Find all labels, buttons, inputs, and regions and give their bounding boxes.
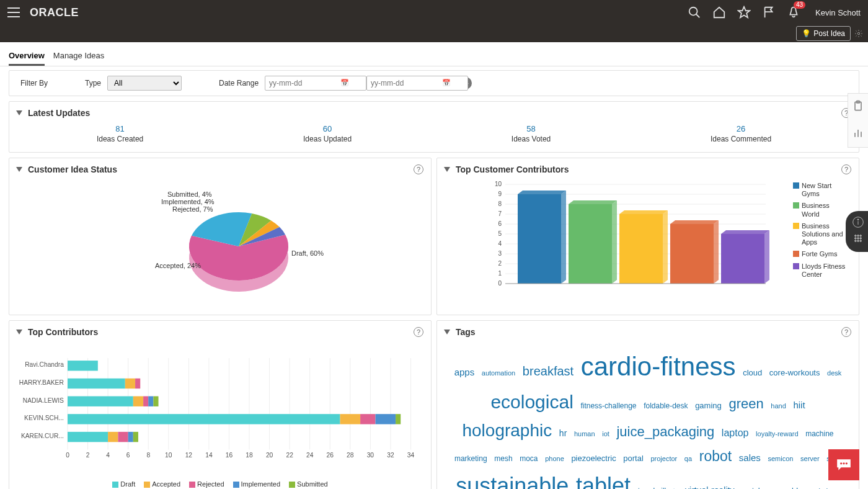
tag-qa[interactable]: qa [684, 455, 692, 462]
svg-text:34: 34 [407, 452, 415, 459]
tag-holographic[interactable]: holographic [462, 421, 552, 440]
help-icon[interactable]: ? [841, 164, 851, 174]
chat-button[interactable] [828, 449, 859, 480]
tag-breakfast[interactable]: breakfast [523, 364, 574, 378]
tag-core-workouts[interactable]: core-workouts [769, 368, 820, 377]
svg-text:5: 5 [498, 230, 502, 237]
star-icon[interactable] [737, 6, 751, 19]
tag-piezoelectric[interactable]: piezoelectric [571, 454, 616, 463]
hamburger-icon[interactable] [7, 7, 20, 17]
clipboard-icon[interactable] [848, 94, 868, 120]
tag-laptop[interactable]: laptop [722, 428, 749, 438]
tag-iot[interactable]: iot [602, 430, 609, 437]
update-label: Ideas Updated [303, 135, 352, 143]
svg-text:20: 20 [266, 452, 273, 459]
svg-rect-39 [619, 214, 663, 284]
tag-treadmill[interactable]: treadmill [638, 487, 666, 489]
svg-text:KEVIN.SCH...: KEVIN.SCH... [24, 415, 64, 421]
tag-marketing[interactable]: marketing [454, 454, 487, 463]
update-item[interactable]: 60Ideas Updated [303, 124, 352, 143]
tag-hand[interactable]: hand [771, 402, 786, 410]
tag-semicon[interactable]: semicon [768, 455, 793, 462]
legend-item: Rejected [189, 480, 224, 488]
svg-text:1: 1 [498, 270, 502, 277]
post-idea-button[interactable]: 💡 Post Idea [796, 26, 851, 41]
customer-idea-status-title: Customer Idea Status [17, 164, 117, 174]
top-contributors-panel: Top Contributors ? Ravi.ChandraHARRY.BAK… [9, 320, 432, 489]
gear-icon[interactable] [854, 29, 863, 38]
tag-fitness-challenge[interactable]: fitness-challenge [580, 402, 636, 410]
type-select[interactable]: All [107, 76, 182, 91]
tab-overview[interactable]: Overview [9, 47, 45, 66]
svg-marker-37 [663, 210, 668, 284]
tag-tablet[interactable]: tablet [576, 473, 631, 489]
svg-text:2: 2 [86, 452, 90, 459]
svg-point-119 [857, 238, 859, 240]
user-name[interactable]: Kevin Schott [815, 8, 861, 17]
tag-human[interactable]: human [574, 430, 595, 437]
search-icon[interactable] [688, 6, 701, 19]
tag-gaming[interactable]: gaming [695, 401, 722, 410]
svg-point-114 [857, 219, 859, 220]
svg-rect-84 [68, 432, 108, 442]
tag-hiit[interactable]: hiit [793, 400, 805, 410]
tag-mesh[interactable]: mesh [494, 454, 512, 463]
help-icon[interactable]: ? [414, 327, 423, 337]
tag-phone[interactable]: phone [545, 455, 564, 462]
tag-sales[interactable]: sales [739, 452, 761, 463]
tag-ecological[interactable]: ecological [490, 392, 573, 412]
tab-manage-ideas[interactable]: Manage Ideas [53, 47, 104, 66]
tag-wearables[interactable]: wearables [770, 486, 807, 489]
svg-text:Accepted, 24%: Accepted, 24% [155, 262, 201, 269]
tag-hr[interactable]: hr [559, 428, 567, 438]
tag-server[interactable]: server [800, 455, 820, 462]
svg-text:28: 28 [347, 452, 354, 459]
tag-automation[interactable]: automation [482, 369, 515, 377]
tabs: Overview Manage Ideas [0, 42, 868, 66]
svg-marker-34 [612, 200, 617, 284]
top-customer-contrib-panel: Top Customer Contributors ? 012345678910… [436, 158, 859, 315]
tag-watch[interactable]: watch [742, 486, 763, 489]
update-item[interactable]: 58Ideas Voted [512, 124, 551, 143]
bell-icon-wrap[interactable]: 43 [787, 5, 800, 20]
tag-loyalty-reward[interactable]: loyalty-reward [756, 430, 798, 437]
top-customer-contrib-title: Top Customer Contributors [445, 164, 569, 174]
tag-cardio-fitness[interactable]: cardio-fitness [581, 352, 736, 381]
chat-icon [836, 458, 852, 472]
update-item[interactable]: 26Ideas Commented [711, 124, 771, 143]
svg-point-125 [843, 462, 844, 464]
svg-point-0 [689, 7, 698, 16]
tag-virtual-reality[interactable]: virtual-reality [685, 485, 734, 489]
date-from-input[interactable] [265, 76, 366, 91]
svg-text:10: 10 [165, 452, 172, 459]
tag-foldable-desk[interactable]: foldable-desk [644, 402, 688, 410]
lightbulb-icon: 💡 [802, 29, 811, 38]
tag-sustainable[interactable]: sustainable [456, 473, 569, 489]
tag-machine[interactable]: machine [805, 429, 833, 438]
home-icon[interactable] [712, 6, 726, 19]
help-icon[interactable]: ? [841, 327, 851, 337]
svg-rect-45 [721, 234, 764, 284]
tag-juice_packaging[interactable]: juice_packaging [616, 424, 714, 439]
info-float[interactable] [846, 211, 868, 252]
tag-projector[interactable]: projector [650, 455, 677, 462]
svg-marker-43 [764, 230, 769, 284]
help-icon[interactable]: ? [414, 164, 423, 174]
tag-apps[interactable]: apps [454, 367, 475, 377]
tag-cloud[interactable]: cloud [743, 368, 762, 377]
update-item[interactable]: 81Ideas Created [97, 124, 143, 143]
tag-green[interactable]: green [728, 396, 763, 411]
flag-icon[interactable] [762, 6, 776, 19]
tag-desk[interactable]: desk [827, 369, 841, 377]
svg-text:4: 4 [498, 240, 502, 247]
tag-robot[interactable]: robot [699, 448, 732, 464]
svg-line-1 [696, 14, 700, 18]
svg-text:6: 6 [126, 452, 130, 459]
svg-point-120 [860, 238, 862, 240]
top-contributors-title: Top Contributors [17, 327, 98, 337]
svg-point-124 [840, 462, 842, 464]
date-to-input[interactable] [366, 76, 468, 91]
tag-moca[interactable]: moca [520, 454, 538, 463]
analytics-icon[interactable] [848, 120, 868, 147]
tag-portal[interactable]: portal [623, 454, 644, 463]
